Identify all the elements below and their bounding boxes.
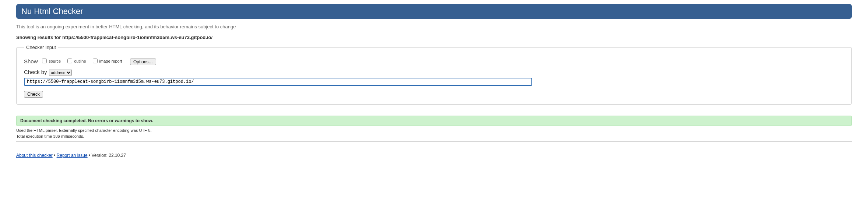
image-report-checkbox[interactable] (93, 59, 98, 63)
outline-checkbox-text: outline (74, 59, 86, 63)
outline-checkbox-label[interactable]: outline (66, 57, 86, 64)
header-bar: Nu Html Checker (16, 4, 852, 19)
checkby-label: Check by (24, 69, 47, 75)
image-report-checkbox-text: image report (99, 59, 122, 63)
page-title: Nu Html Checker (21, 7, 847, 16)
divider (16, 141, 852, 142)
options-button[interactable]: Options… (130, 59, 156, 65)
footer-sep1: • (53, 153, 57, 158)
source-checkbox-label[interactable]: source (41, 57, 61, 64)
footer-sep2: • (88, 153, 92, 158)
source-checkbox-text: source (49, 59, 61, 63)
show-row: Show source outline image report Options… (24, 57, 844, 65)
url-input[interactable] (24, 78, 532, 86)
show-label: Show (24, 58, 38, 64)
timing-info: Total execution time 386 milliseconds. (16, 134, 852, 138)
checker-input-fieldset: Checker Input Show source outline image … (16, 45, 852, 105)
fieldset-legend: Checker Input (24, 45, 58, 50)
success-message: Document checking completed. No errors o… (16, 116, 852, 126)
checkby-select[interactable]: address (49, 70, 72, 75)
checkby-row: Check by address (24, 69, 844, 86)
about-link[interactable]: About this checker (16, 153, 53, 158)
parser-info: Used the HTML parser. Externally specifi… (16, 128, 852, 133)
footer: About this checker • Report an issue • V… (16, 153, 852, 158)
check-button[interactable]: Check (24, 91, 43, 98)
results-heading: Showing results for https://5500-frapple… (16, 35, 852, 40)
subtitle-text: This tool is an ongoing experiment in be… (16, 24, 852, 29)
image-report-checkbox-label[interactable]: image report (91, 57, 122, 64)
report-issue-link[interactable]: Report an issue (57, 153, 88, 158)
outline-checkbox[interactable] (67, 59, 72, 63)
source-checkbox[interactable] (42, 59, 47, 63)
version-label: Version: 22.10.27 (92, 153, 126, 158)
